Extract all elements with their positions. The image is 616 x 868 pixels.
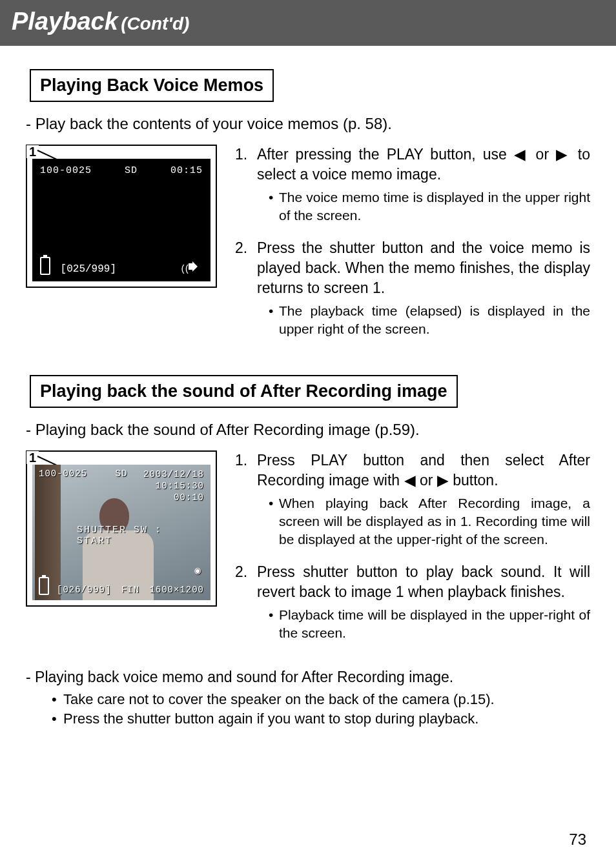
lcd-rec-time: 00:10 xyxy=(174,492,204,503)
section2-screen-frame: 1 100-0025 SD 2003/12/18 10:15:30 00:10 … xyxy=(26,450,217,607)
screen-number-badge: 1 xyxy=(26,451,39,464)
lcd-shutter-prompt: SHUTTER SW : START xyxy=(77,525,166,547)
battery-icon xyxy=(40,257,50,275)
speaker-icon xyxy=(189,261,203,272)
footer-notes: - Playing back voice memo and sound for … xyxy=(26,669,590,727)
section1-screen-frame: 1 100-0025 SD 00:15 [025/999] (( xyxy=(26,145,217,288)
lcd-file-id: 100-0025 xyxy=(40,165,92,176)
lcd-resolution: 1600×1200 xyxy=(149,585,204,595)
battery-icon xyxy=(39,577,49,595)
screen-number-badge: 1 xyxy=(26,145,39,158)
lcd-bottom-row: [026/999] FIN 1600×1200 xyxy=(39,577,204,595)
step-text: Press the shutter button and the voice m… xyxy=(257,239,590,296)
step-text: Press shutter button to play back sound.… xyxy=(257,563,590,600)
section2-intro: - Playing back the sound of After Record… xyxy=(26,421,590,439)
footer-bullet: Press the shutter button again if you wa… xyxy=(52,711,590,727)
lcd-counter-group: [025/999] xyxy=(40,257,116,275)
step-bullet: The voice memo time is displayed in the … xyxy=(269,188,590,225)
section1-row: 1 100-0025 SD 00:15 [025/999] (( xyxy=(26,145,590,352)
arrow-glyphs: ◀ or ▶ xyxy=(514,146,571,163)
lcd-screen-voicememo: 100-0025 SD 00:15 [025/999] (( xyxy=(32,159,210,281)
lcd-time: 00:15 xyxy=(170,165,203,176)
step-bullet: The playback time (elapsed) is displayed… xyxy=(269,302,590,339)
lcd-clock: 10:15:30 xyxy=(156,481,204,491)
section1-step-1: After pressing the PLAY button, use ◀ or… xyxy=(235,145,590,225)
page-number: 73 xyxy=(569,831,586,849)
step-text: After pressing the PLAY button, use xyxy=(257,146,514,163)
step-bullet: Playback time will be displayed in the u… xyxy=(269,606,590,643)
speaker-icon-group: (( xyxy=(179,261,203,275)
header-subtitle: (Cont'd) xyxy=(121,14,189,34)
section2-title: Playing back the sound of After Recordin… xyxy=(30,375,458,408)
page-content: Playing Back Voice Memos - Play back the… xyxy=(0,46,616,727)
lcd-media: SD xyxy=(116,469,128,479)
after-recording-icon: ◉ xyxy=(194,564,201,577)
lcd-datetime-block: 2003/12/18 10:15:30 00:10 xyxy=(143,469,204,504)
lcd-screen-afterrecording: 100-0025 SD 2003/12/18 10:15:30 00:10 SH… xyxy=(32,465,210,600)
lcd-media: SD xyxy=(125,165,138,176)
section1-step-2: Press the shutter button and the voice m… xyxy=(235,238,590,339)
footer-intro: - Playing back voice memo and sound for … xyxy=(26,669,590,686)
section1-intro: - Play back the contents of your voice m… xyxy=(26,115,590,133)
sound-waves-icon: (( xyxy=(180,264,189,274)
lcd-quality: FIN xyxy=(121,585,139,595)
header-title: Playback xyxy=(12,8,118,35)
step-text: button. xyxy=(449,472,498,489)
footer-bullet: Take care not to cover the speaker on th… xyxy=(52,691,590,708)
lcd-file-id: 100-0025 xyxy=(39,469,87,479)
lcd-counter: [025/999] xyxy=(61,263,116,275)
section1-steps: After pressing the PLAY button, use ◀ or… xyxy=(235,145,590,352)
page-header: Playback (Cont'd) xyxy=(0,0,616,46)
section2-steps: Press PLAY button and then select After … xyxy=(235,450,590,656)
lcd-counter: [026/999] xyxy=(57,585,112,595)
section2-step-1: Press PLAY button and then select After … xyxy=(235,450,590,549)
section2-row: 1 100-0025 SD 2003/12/18 10:15:30 00:10 … xyxy=(26,450,590,656)
section2-step-2: Press shutter button to play back sound.… xyxy=(235,562,590,643)
section1-title: Playing Back Voice Memos xyxy=(30,69,274,102)
arrow-glyphs: ◀ or ▶ xyxy=(404,472,449,489)
lcd-date: 2003/12/18 xyxy=(143,469,204,479)
step-bullet: When playing back After Recording image,… xyxy=(269,494,590,549)
